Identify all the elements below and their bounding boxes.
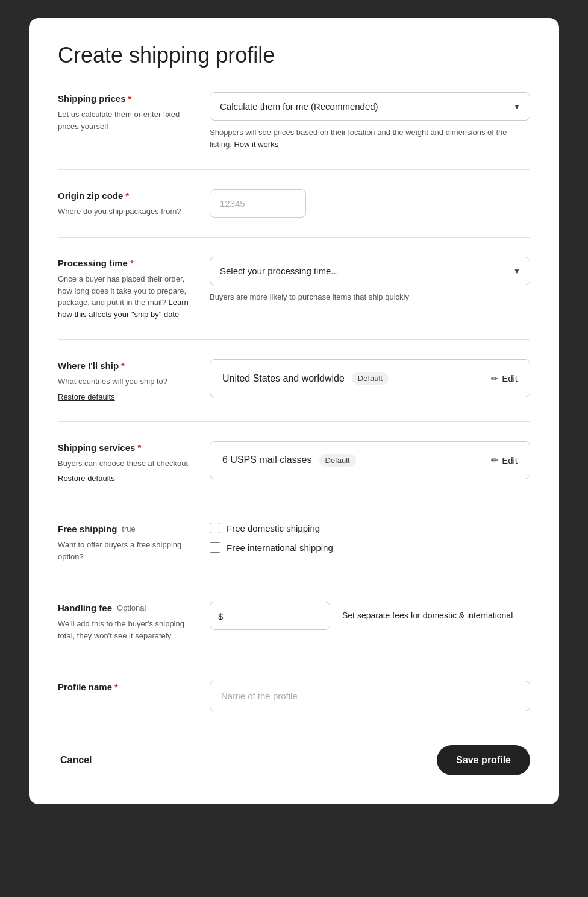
shipping-prices-label-col: Shipping prices * Let us calculate them …	[58, 92, 190, 132]
origin-zip-control	[210, 189, 530, 218]
shipping-prices-select[interactable]: Calculate them for me (Recommended) Ente…	[210, 92, 530, 121]
divider-3	[58, 339, 530, 340]
shipping-prices-control: Calculate them for me (Recommended) Ente…	[210, 92, 530, 150]
divider-1	[58, 169, 530, 170]
page-title: Create shipping profile	[58, 42, 530, 68]
free-international-checkbox[interactable]	[210, 542, 220, 553]
processing-time-helper: Buyers are more likely to purchase items…	[210, 291, 530, 303]
required-star: *	[128, 92, 132, 105]
profile-name-label-col: Profile name *	[58, 681, 190, 693]
shipping-services-name: 6 USPS mail classes	[222, 455, 312, 465]
divider-6	[58, 582, 530, 582]
shipping-prices-label: Shipping prices *	[58, 92, 190, 105]
origin-zip-section: Origin zip code * Where do you ship pack…	[58, 189, 530, 218]
pencil-services-icon: ✏	[491, 455, 498, 465]
where-ill-ship-description: What countries will you ship to?	[58, 376, 190, 388]
restore-defaults-link-ship[interactable]: Restore defaults	[58, 392, 115, 401]
where-ill-ship-control: United States and worldwide Default ✏ Ed…	[210, 359, 530, 397]
processing-time-description: Once a buyer has placed their order, how…	[58, 273, 190, 320]
required-star-services: *	[137, 441, 141, 454]
free-shipping-section: Free shipping true Want to offer buyers …	[58, 523, 530, 562]
required-star-ship: *	[121, 359, 125, 372]
where-ill-ship-label: Where I'll ship *	[58, 359, 190, 372]
origin-zip-label-col: Origin zip code * Where do you ship pack…	[58, 189, 190, 218]
handling-fee-input-row: $ Set separate fees for domestic & inter…	[210, 602, 530, 630]
shipping-services-control: 6 USPS mail classes Default ✏ Edit	[210, 441, 530, 479]
ship-destination-box: United States and worldwide Default ✏ Ed…	[210, 359, 530, 397]
free-shipping-label-col: Free shipping true Want to offer buyers …	[58, 523, 190, 562]
processing-time-label-col: Processing time * Once a buyer has place…	[58, 257, 190, 320]
shipping-services-section: Shipping services * Buyers can choose th…	[58, 441, 530, 484]
required-star-zip: *	[125, 189, 129, 202]
ship-destination-edit-button[interactable]: ✏ Edit	[491, 373, 518, 383]
handling-fee-label: Handling fee Optional	[58, 602, 190, 614]
shipping-prices-select-wrapper: Calculate them for me (Recommended) Ente…	[210, 92, 530, 121]
handling-fee-label-col: Handling fee Optional We'll add this to …	[58, 602, 190, 641]
free-domestic-checkbox[interactable]	[210, 523, 220, 533]
processing-time-select-wrapper: Select your processing time... ▼	[210, 257, 530, 285]
free-international-label: Free international shipping	[227, 543, 333, 553]
free-shipping-description: Want to offer buyers a free shipping opt…	[58, 539, 190, 562]
divider-4	[58, 421, 530, 422]
shipping-services-description: Buyers can choose these at checkout	[58, 458, 190, 470]
origin-zip-description: Where do you ship packages from?	[58, 206, 190, 218]
handling-fee-section: Handling fee Optional We'll add this to …	[58, 602, 530, 641]
where-ill-ship-section: Where I'll ship * What countries will yo…	[58, 359, 530, 402]
separate-fees-link[interactable]: Set separate fees for domestic & interna…	[342, 610, 513, 622]
handling-fee-optional: Optional	[117, 603, 146, 614]
fee-input-wrapper: $	[210, 602, 330, 630]
profile-name-label: Profile name *	[58, 681, 190, 693]
divider-5	[58, 503, 530, 503]
pencil-icon: ✏	[491, 374, 498, 383]
required-star-profile: *	[114, 681, 118, 693]
handling-fee-control: $ Set separate fees for domestic & inter…	[210, 602, 530, 630]
ship-destination-name: United States and worldwide	[222, 373, 345, 384]
processing-time-label: Processing time *	[58, 257, 190, 269]
free-international-checkbox-item[interactable]: Free international shipping	[210, 542, 530, 553]
free-shipping-label: Free shipping true	[58, 523, 190, 535]
shipping-services-badge: Default	[319, 454, 356, 467]
footer-row: Cancel Save profile	[58, 731, 530, 775]
how-it-works-link[interactable]: How it works	[234, 140, 278, 149]
handling-fee-input[interactable]	[210, 602, 330, 630]
where-ill-ship-label-col: Where I'll ship * What countries will yo…	[58, 359, 190, 402]
free-domestic-label: Free domestic shipping	[227, 523, 320, 533]
required-star-processing: *	[130, 257, 134, 269]
shipping-services-label-col: Shipping services * Buyers can choose th…	[58, 441, 190, 484]
save-profile-button[interactable]: Save profile	[437, 745, 530, 775]
ship-destination-badge: Default	[352, 372, 389, 385]
origin-zip-input[interactable]	[210, 189, 306, 218]
free-shipping-control: Free domestic shipping Free internationa…	[210, 523, 530, 553]
ship-destination-left: United States and worldwide Default	[222, 372, 389, 385]
processing-time-section: Processing time * Once a buyer has place…	[58, 257, 530, 320]
restore-defaults-link-services[interactable]: Restore defaults	[58, 474, 115, 483]
profile-name-control	[210, 681, 530, 711]
divider-7	[58, 661, 530, 661]
shipping-prices-section: Shipping prices * Let us calculate them …	[58, 92, 530, 150]
shipping-services-left: 6 USPS mail classes Default	[222, 454, 356, 467]
shipping-services-label: Shipping services *	[58, 441, 190, 454]
create-shipping-profile-modal: Create shipping profile Shipping prices …	[29, 18, 559, 804]
processing-time-control: Select your processing time... ▼ Buyers …	[210, 257, 530, 303]
origin-zip-label: Origin zip code *	[58, 189, 190, 202]
processing-time-select[interactable]: Select your processing time...	[210, 257, 530, 285]
free-domestic-checkbox-item[interactable]: Free domestic shipping	[210, 523, 530, 533]
free-shipping-checkbox-group: Free domestic shipping Free internationa…	[210, 523, 530, 553]
shipping-services-box: 6 USPS mail classes Default ✏ Edit	[210, 441, 530, 479]
divider-2	[58, 237, 530, 238]
handling-fee-description: We'll add this to the buyer's shipping t…	[58, 618, 190, 641]
profile-name-section: Profile name *	[58, 681, 530, 711]
free-shipping-optional: true	[122, 524, 135, 535]
shipping-services-edit-button[interactable]: ✏ Edit	[491, 455, 518, 465]
currency-symbol: $	[218, 611, 223, 621]
shipping-prices-description: Let us calculate them or enter fixed pri…	[58, 109, 190, 132]
profile-name-input[interactable]	[210, 681, 530, 711]
shipping-prices-helper: Shoppers will see prices based on their …	[210, 127, 530, 150]
cancel-button[interactable]: Cancel	[58, 748, 94, 773]
